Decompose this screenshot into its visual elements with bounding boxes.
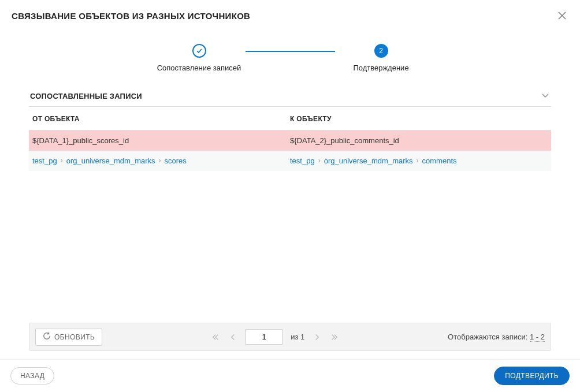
step-mapping-label: Сопоставление записей	[157, 64, 241, 73]
breadcrumb-separator-icon: ›	[58, 156, 65, 165]
col-from-object: ОТ ОБЪЕКТА	[32, 115, 290, 123]
table-body: ${DATA_1}_public_scores_id${DATA_2}_publ…	[29, 130, 551, 171]
back-button[interactable]: НАЗАД	[10, 367, 54, 384]
chevron-right-icon	[314, 334, 321, 341]
cell-from-object: test_pg›org_universe_mdm_marks›scores	[32, 156, 290, 165]
confirm-button[interactable]: ПОДТВЕРДИТЬ	[494, 367, 570, 385]
col-to-object: К ОБЪЕКТУ	[290, 115, 548, 123]
breadcrumb-link[interactable]: comments	[422, 156, 457, 165]
table-row[interactable]: test_pg›org_universe_mdm_marks›scorestes…	[29, 151, 551, 171]
close-icon	[557, 11, 567, 20]
refresh-label: ОБНОВИТЬ	[54, 333, 95, 341]
table-header-row: ОТ ОБЪЕКТА К ОБЪЕКТУ	[29, 107, 551, 130]
dialog-header: СВЯЗЫВАНИЕ ОБЪЕКТОВ ИЗ РАЗНЫХ ИСТОЧНИКОВ	[0, 0, 580, 27]
step-confirm-label: Подтверждение	[353, 64, 408, 73]
breadcrumb-separator-icon: ›	[316, 156, 323, 165]
cell-to-object: test_pg›org_universe_mdm_marks›comments	[290, 156, 548, 165]
page-number-input[interactable]	[246, 329, 282, 345]
breadcrumb-separator-icon: ›	[414, 156, 421, 165]
breadcrumb-link[interactable]: scores	[165, 156, 187, 165]
dialog-title: СВЯЗЫВАНИЕ ОБЪЕКТОВ ИЗ РАЗНЫХ ИСТОЧНИКОВ	[12, 11, 250, 21]
breadcrumb-link[interactable]: org_universe_mdm_marks	[66, 156, 155, 165]
content-area: СОПОСТАВЛЕННЫЕ ЗАПИСИ ОТ ОБЪЕКТА К ОБЪЕК…	[0, 85, 580, 323]
double-chevron-left-icon	[211, 333, 220, 341]
dialog-footer: НАЗАД ПОДТВЕРДИТЬ	[0, 359, 580, 392]
close-button[interactable]	[557, 10, 567, 21]
prev-page-button[interactable]	[228, 333, 237, 342]
section-header[interactable]: СОПОСТАВЛЕННЫЕ ЗАПИСИ	[29, 85, 551, 107]
step-mapping[interactable]: Сопоставление записей	[153, 44, 246, 73]
step-number: 2	[374, 44, 388, 58]
mapped-records-table: ОТ ОБЪЕКТА К ОБЪЕКТУ ${DATA_1}_public_sc…	[29, 107, 551, 323]
cell-text: ${DATA_1}_public_scores_id	[32, 136, 129, 145]
chevron-left-icon	[229, 334, 236, 341]
check-icon	[196, 47, 203, 54]
cell-from-object: ${DATA_1}_public_scores_id	[32, 136, 290, 145]
breadcrumb-link[interactable]: test_pg	[290, 156, 315, 165]
step-confirm[interactable]: 2 Подтверждение	[335, 44, 427, 73]
breadcrumb-link[interactable]: org_universe_mdm_marks	[324, 156, 413, 165]
page-of-label: из 1	[291, 333, 304, 341]
breadcrumb-link[interactable]: test_pg	[32, 156, 57, 165]
first-page-button[interactable]	[211, 333, 220, 342]
cell-text: ${DATA_2}_public_comments_id	[290, 136, 399, 145]
pager-bar: ОБНОВИТЬ из 1 Отображаются записи:	[29, 323, 551, 351]
collapse-chevron[interactable]	[541, 91, 550, 102]
last-page-button[interactable]	[330, 333, 339, 342]
records-display: Отображаются записи: 1 - 2	[448, 333, 545, 341]
records-label: Отображаются записи:	[448, 333, 527, 341]
breadcrumb-separator-icon: ›	[157, 156, 163, 165]
section-title: СОПОСТАВЛЕННЫЕ ЗАПИСИ	[30, 92, 142, 100]
refresh-button[interactable]: ОБНОВИТЬ	[35, 328, 102, 346]
chevron-down-icon	[541, 91, 550, 100]
wizard-stepper: Сопоставление записей 2 Подтверждение	[0, 27, 580, 85]
cell-to-object: ${DATA_2}_public_comments_id	[290, 136, 548, 145]
step-connector	[246, 51, 335, 52]
pager-controls: из 1	[107, 329, 443, 345]
double-chevron-right-icon	[330, 333, 339, 341]
records-range: 1 - 2	[530, 333, 545, 342]
next-page-button[interactable]	[313, 333, 322, 342]
refresh-icon	[43, 332, 51, 340]
table-row[interactable]: ${DATA_1}_public_scores_id${DATA_2}_publ…	[29, 130, 551, 151]
